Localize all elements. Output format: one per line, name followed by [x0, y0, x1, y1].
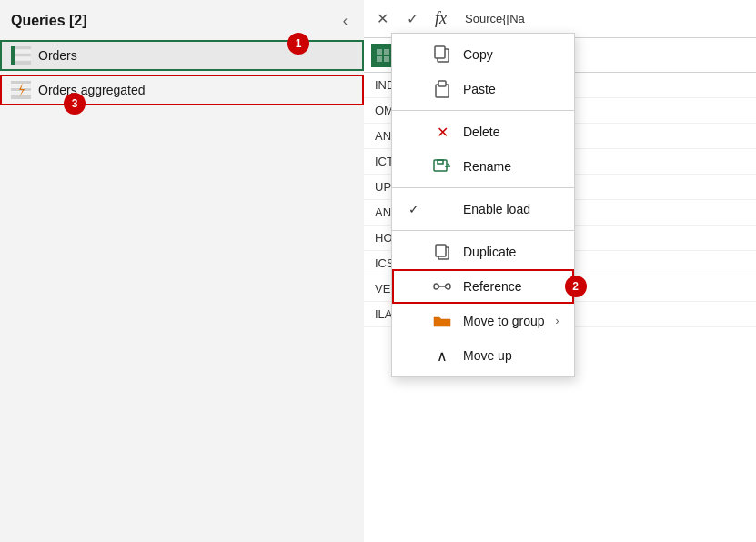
annotation-badge-2: 2	[565, 276, 587, 297]
menu-item-move-to-group[interactable]: Move to group ›	[392, 304, 574, 338]
svg-rect-6	[11, 81, 31, 84]
menu-item-enable-load[interactable]: ✓ Enable load	[392, 192, 574, 226]
svg-rect-1	[15, 46, 31, 49]
folder-icon	[432, 311, 452, 331]
submenu-arrow: ›	[556, 315, 559, 327]
delete-label: Delete	[463, 125, 499, 139]
svg-rect-30	[436, 245, 446, 256]
menu-item-copy[interactable]: Copy	[392, 37, 574, 72]
collapse-button[interactable]: ‹	[338, 11, 353, 31]
menu-separator-1	[392, 110, 574, 111]
svg-rect-26	[438, 160, 443, 164]
svg-rect-14	[384, 49, 389, 55]
svg-rect-10	[11, 95, 31, 99]
menu-separator-3	[392, 230, 574, 231]
paste-icon	[432, 79, 452, 99]
confirm-formula-button[interactable]: ✓	[401, 8, 424, 29]
annotation-badge-3: 3	[64, 93, 86, 115]
menu-item-reference[interactable]: 2 Reference	[392, 269, 574, 304]
duplicate-label: Duplicate	[463, 245, 516, 259]
svg-rect-15	[377, 56, 382, 62]
menu-item-duplicate[interactable]: Duplicate	[392, 235, 574, 269]
delete-icon: ✕	[432, 122, 452, 142]
svg-rect-25	[434, 160, 447, 171]
enable-load-label: Enable load	[463, 202, 530, 216]
right-panel: ✕ ✓ fx Source{[Na 1²₃ OrderID ▼	[364, 0, 756, 542]
reference-label: Reference	[463, 279, 522, 294]
formula-text: Source{[Na	[458, 10, 749, 27]
query-item-orders[interactable]: 1 Orders	[0, 40, 364, 71]
svg-rect-16	[384, 56, 389, 62]
orders-table-icon	[11, 46, 31, 65]
enable-load-check: ✓	[407, 202, 421, 216]
move-to-group-label: Move to group	[463, 314, 545, 328]
svg-rect-4	[15, 57, 31, 60]
fx-symbol: fx	[431, 9, 450, 28]
svg-rect-0	[11, 46, 15, 65]
orders-label: Orders	[38, 48, 77, 63]
menu-item-move-up[interactable]: ∧ Move up	[392, 338, 574, 373]
svg-rect-24	[438, 81, 446, 86]
duplicate-icon	[432, 242, 452, 262]
copy-label: Copy	[463, 47, 493, 62]
queries-header: Queries [2] ‹	[0, 11, 364, 40]
svg-rect-3	[15, 54, 31, 56]
cancel-formula-button[interactable]: ✕	[371, 8, 394, 29]
rename-icon	[432, 156, 452, 176]
left-panel: Queries [2] ‹ 1 Orders 3	[0, 0, 364, 542]
menu-item-delete[interactable]: ✕ Delete	[392, 115, 574, 149]
menu-item-paste[interactable]: Paste	[392, 72, 574, 106]
enable-load-icon	[432, 199, 452, 219]
menu-item-rename[interactable]: Rename	[392, 149, 574, 184]
query-item-orders-aggregated[interactable]: 3 Orders aggregated	[0, 75, 364, 105]
menu-separator-2	[392, 187, 574, 188]
svg-rect-13	[377, 49, 382, 55]
svg-rect-2	[15, 50, 31, 53]
orders-aggregated-icon	[11, 81, 31, 99]
paste-label: Paste	[463, 82, 496, 96]
rename-label: Rename	[463, 159, 511, 174]
context-menu: Copy Paste ✕ Delete	[391, 33, 575, 377]
copy-icon	[432, 45, 452, 65]
queries-title: Queries [2]	[11, 13, 87, 29]
svg-rect-5	[15, 61, 31, 65]
svg-rect-22	[435, 46, 445, 58]
annotation-badge-1: 1	[287, 33, 309, 55]
reference-icon	[432, 276, 452, 296]
move-up-icon: ∧	[432, 346, 452, 366]
move-up-label: Move up	[463, 348, 512, 363]
orders-aggregated-label: Orders aggregated	[38, 83, 146, 97]
